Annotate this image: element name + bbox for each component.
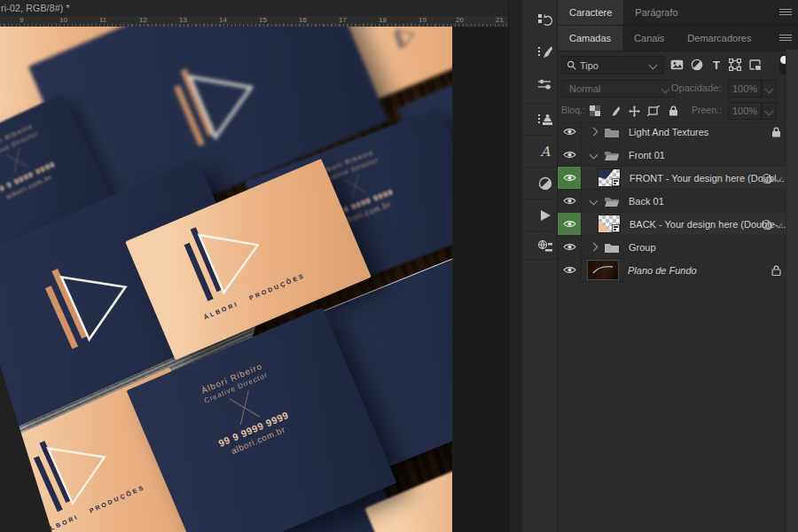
- fill-dropdown[interactable]: [762, 102, 777, 120]
- visibility-eye[interactable]: [558, 259, 582, 281]
- collapse-chevron-icon[interactable]: [590, 151, 598, 160]
- lock-badge: [771, 265, 781, 276]
- visibility-eye[interactable]: [558, 213, 582, 235]
- tab-caractere[interactable]: Caractere: [558, 0, 623, 25]
- filter-shape-icon[interactable]: [726, 57, 744, 73]
- visibility-eye[interactable]: [558, 121, 582, 143]
- visibility-eye[interactable]: [558, 190, 582, 212]
- lock-image-icon[interactable]: [606, 103, 623, 119]
- strip-separator: [523, 259, 558, 260]
- chevron-down-icon: [649, 61, 658, 70]
- fill-value[interactable]: 100%: [728, 102, 762, 120]
- visibility-eye[interactable]: [558, 167, 582, 189]
- lock-position-icon[interactable]: [625, 103, 643, 119]
- visibility-eye[interactable]: [558, 144, 582, 166]
- smart-object-badge-icon: [612, 178, 620, 186]
- filter-kind-label: Tipo: [580, 60, 598, 71]
- ruler-number: 10: [59, 16, 67, 24]
- chevron-down-icon[interactable]: [774, 220, 783, 229]
- fill-label: Preen.:: [692, 105, 722, 115]
- layer-row-light-and-textures[interactable]: Light And Textures: [558, 121, 786, 144]
- filter-adjustment-icon[interactable]: [688, 57, 706, 73]
- layer-row-back-01[interactable]: Back 01: [558, 190, 786, 213]
- effects-badge[interactable]: [762, 219, 781, 230]
- ruler-number: 14: [219, 16, 227, 24]
- ruler-number: 12: [139, 16, 147, 24]
- filter-smartobject-icon[interactable]: [747, 57, 764, 73]
- character-panel-tabs: Caractere Parágrafo: [558, 0, 798, 26]
- albori-logo: [29, 242, 148, 357]
- filter-type-icon[interactable]: T: [708, 57, 725, 73]
- layer-name: Front 01: [629, 150, 665, 160]
- lock-badge: [771, 127, 781, 137]
- chevron-down-icon[interactable]: [774, 174, 783, 183]
- effects-badge[interactable]: [762, 173, 781, 184]
- lock-transparency-icon[interactable]: [586, 103, 604, 119]
- fx-icon: [762, 219, 772, 230]
- smart-object-badge-icon: [612, 224, 620, 232]
- tab-camadas[interactable]: Camadas: [558, 26, 622, 51]
- ruler-number: 16: [299, 16, 307, 24]
- document-title: ri-02, RGB/8#) *: [0, 0, 508, 16]
- ruler-number: 15: [259, 16, 267, 24]
- panel-icon-strip: A: [508, 0, 558, 532]
- panel-scrollbar[interactable]: [786, 50, 798, 532]
- filter-kind-select[interactable]: Tipo: [561, 56, 664, 74]
- layer-name: Plano de Fundo: [628, 265, 697, 276]
- lock-artboard-icon[interactable]: [645, 103, 662, 119]
- tab-paragrafo[interactable]: Parágrafo: [623, 0, 689, 25]
- layer-row-front-01[interactable]: Front 01: [558, 144, 786, 167]
- pasteboard: [452, 27, 508, 532]
- strip-separator: [523, 167, 558, 168]
- strip-separator: [523, 231, 558, 231]
- folder-icon: [604, 241, 620, 254]
- smart-object-thumbnail[interactable]: [598, 168, 621, 187]
- panels-dock: Caractere Parágrafo Camadas Canais Demar…: [557, 0, 798, 532]
- smart-object-thumbnail[interactable]: [598, 215, 621, 233]
- layers-panel-tabs: Camadas Canais Demarcadores: [558, 26, 798, 51]
- layer-row-plano-de-fundo[interactable]: Plano de Fundo: [558, 259, 786, 282]
- albori-logo: [159, 43, 272, 153]
- lock-fill-row: Bloq.: Preen.: 100%: [558, 99, 798, 123]
- ruler-number: 18: [379, 16, 387, 24]
- strip-separator: [523, 199, 558, 200]
- strip-separator: [523, 135, 558, 136]
- tab-demarcadores[interactable]: Demarcadores: [676, 26, 763, 51]
- blend-mode-value: Normal: [569, 83, 600, 94]
- expand-chevron-icon[interactable]: [590, 128, 598, 137]
- layer-row-back-smart-object[interactable]: BACK - Your design here (Double-...: [558, 213, 786, 236]
- layers-list: Light And Textures Front 01 FRONT - Your: [558, 121, 786, 282]
- albori-logo: [390, 27, 419, 51]
- panel-menu-icon[interactable]: [779, 35, 792, 43]
- opacity-value[interactable]: 100%: [728, 80, 762, 98]
- opacity-dropdown[interactable]: [762, 80, 777, 98]
- layer-name: Light And Textures: [629, 127, 708, 137]
- strip-separator: [523, 103, 558, 104]
- visibility-eye[interactable]: [558, 236, 582, 258]
- collapse-chevron-icon[interactable]: [590, 197, 598, 206]
- filter-image-icon[interactable]: [668, 57, 685, 73]
- blend-mode-select[interactable]: Normal: [561, 80, 675, 98]
- ruler-number: 11: [99, 16, 106, 24]
- document-tab-bar[interactable]: ri-02, RGB/8#) *: [0, 0, 508, 17]
- lock-all-icon[interactable]: [664, 103, 682, 119]
- ruler-number: 19: [419, 16, 426, 24]
- folder-open-icon: [604, 149, 620, 161]
- search-icon: [567, 60, 576, 70]
- folder-icon: [604, 126, 620, 138]
- ruler-number: 21: [496, 16, 504, 24]
- canvas-area[interactable]: Álbori Ribeiro Creative Director 99 9 99…: [0, 27, 452, 532]
- chevron-down-icon: [765, 106, 774, 115]
- ruler-number: 20: [456, 16, 464, 24]
- layer-filter-row: Tipo T: [558, 51, 798, 78]
- layer-row-front-smart-object[interactable]: FRONT - Your design here (Doubl...: [558, 167, 786, 190]
- folder-open-icon: [604, 195, 620, 207]
- background-thumbnail[interactable]: [587, 260, 619, 280]
- ruler-number: 13: [179, 16, 187, 24]
- expand-chevron-icon[interactable]: [590, 243, 598, 252]
- tab-canais[interactable]: Canais: [622, 26, 676, 51]
- layer-row-group[interactable]: Group: [558, 236, 786, 259]
- panel-menu-icon[interactable]: [779, 9, 792, 17]
- opacity-label: Opacidade:: [671, 82, 721, 93]
- chevron-down-icon: [765, 84, 774, 93]
